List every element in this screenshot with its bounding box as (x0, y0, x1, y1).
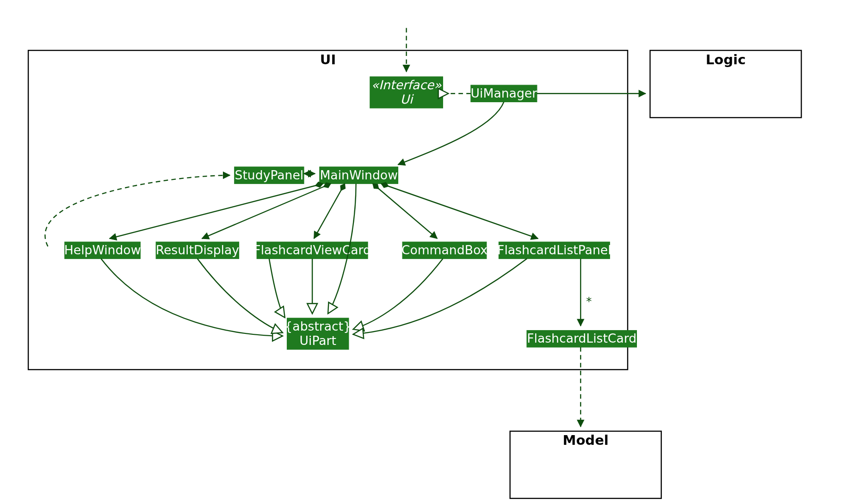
class-label-resultDisplay: ResultDisplay (156, 243, 239, 257)
class-label-commandBox: CommandBox (401, 243, 488, 257)
class-mainWindow: MainWindow (320, 167, 398, 184)
class-label-uiIface-2: Ui (400, 92, 414, 106)
package-label-ui: UI (320, 52, 336, 68)
class-commandBox: CommandBox (401, 242, 488, 258)
class-flashcardViewCard: FlashcardViewCard (253, 242, 371, 258)
class-label-mainWindow: MainWindow (320, 168, 398, 182)
multiplicity-flpToFlc: * (586, 295, 592, 308)
class-label-uiPart-2: UiPart (300, 333, 336, 348)
class-helpWindow: HelpWindow (64, 242, 141, 258)
class-flashcardListPanel: FlashcardListPanel (497, 242, 611, 258)
package-model: Model (510, 431, 661, 498)
class-uiIface: «Interface»Ui (370, 77, 443, 108)
class-label-studyPanel: StudyPanel (235, 168, 304, 182)
uml-diagram: UILogicModel«Interface»UiUiManagerStudyP… (0, 0, 852, 504)
package-logic: Logic (650, 50, 801, 117)
class-uiManager: UiManager (471, 85, 537, 102)
package-label-logic: Logic (706, 52, 746, 68)
class-resultDisplay: ResultDisplay (156, 242, 239, 258)
class-label-helpWindow: HelpWindow (64, 243, 141, 257)
class-label-uiManager: UiManager (471, 86, 537, 100)
class-label-flashcardListPanel: FlashcardListPanel (497, 243, 611, 257)
class-label-flashcardViewCard: FlashcardViewCard (253, 243, 371, 257)
package-label-model: Model (563, 432, 609, 448)
class-studyPanel: StudyPanel (235, 167, 304, 184)
class-label-uiPart-1: {abstract} (284, 319, 351, 333)
class-label-uiIface-1: «Interface» (371, 78, 442, 92)
class-uiPart: {abstract}UiPart (284, 318, 351, 350)
class-label-flashcardListCard: FlashcardListCard (527, 331, 636, 345)
class-flashcardListCard: FlashcardListCard (527, 331, 636, 347)
